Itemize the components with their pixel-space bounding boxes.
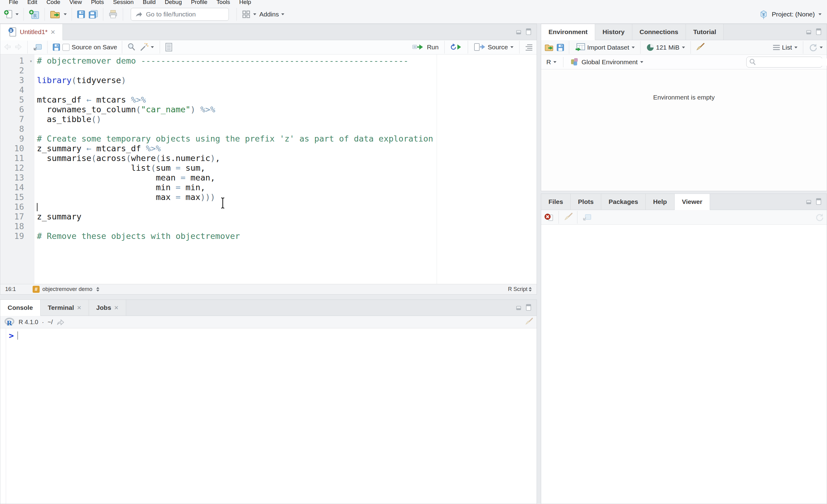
files-tab-help[interactable]: Help — [646, 194, 675, 210]
console-tab-terminal[interactable]: Terminal× — [41, 300, 89, 316]
outline-icon[interactable] — [524, 43, 534, 51]
broom-icon[interactable] — [695, 43, 704, 52]
source-button[interactable]: Source — [473, 42, 515, 52]
tab-close-icon[interactable]: × — [114, 304, 118, 311]
console-tab-console[interactable]: Console — [0, 300, 41, 316]
project-menu-button[interactable]: R Project: (None) — [758, 9, 822, 19]
addins-grid-button[interactable] — [241, 9, 257, 19]
share-arrow-icon[interactable] — [56, 318, 65, 326]
code-line-9[interactable]: # Create some temporary objects using th… — [37, 134, 537, 144]
memory-usage-button[interactable]: 121 MiB — [645, 43, 686, 52]
code-line-6[interactable]: rownames_to_column("car_name") %>% — [37, 105, 537, 114]
addins-button[interactable]: Addins — [258, 10, 285, 18]
environment-search-box[interactable] — [746, 57, 822, 67]
code-line-15[interactable]: max = max))) — [37, 192, 537, 202]
open-file-icon[interactable] — [544, 43, 554, 52]
code-line-1[interactable]: # objectremover demo -------------------… — [37, 56, 537, 66]
run-button[interactable]: Run — [411, 43, 440, 52]
code-line-10[interactable]: z_summary ← mtcars_df %>% — [37, 144, 537, 153]
maximize-icon[interactable] — [526, 28, 532, 35]
import-dataset-button[interactable]: Import Dataset — [574, 42, 636, 53]
code-line-18[interactable] — [37, 222, 537, 231]
files-tab-files[interactable]: Files — [541, 194, 571, 210]
popout-icon[interactable] — [582, 213, 592, 222]
code-tools-button[interactable] — [138, 42, 155, 52]
code-line-11[interactable]: summarise(across(where(is.numeric), — [37, 153, 537, 163]
clear-console-icon[interactable] — [524, 318, 533, 326]
console-tab-jobs[interactable]: Jobs× — [89, 300, 126, 316]
compile-notebook-icon[interactable] — [165, 43, 173, 52]
save-icon[interactable] — [556, 44, 564, 51]
code-line-17[interactable]: z_summary — [37, 212, 537, 222]
code-line-16[interactable] — [37, 202, 537, 212]
save-icon[interactable] — [52, 43, 60, 51]
code-line-14[interactable]: min = min, — [37, 183, 537, 192]
print-button[interactable] — [107, 9, 119, 19]
menu-item-file[interactable]: File — [4, 0, 23, 3]
new-file-button[interactable] — [3, 9, 19, 20]
language-selector[interactable]: R — [545, 58, 557, 66]
code-line-4[interactable] — [37, 85, 537, 95]
minimize-icon[interactable] — [516, 28, 523, 35]
stop-icon[interactable] — [544, 213, 554, 222]
minimize-icon[interactable] — [806, 198, 813, 205]
maximize-icon[interactable] — [526, 304, 532, 311]
menu-item-plots[interactable]: Plots — [87, 0, 108, 3]
forward-arrow-icon[interactable] — [14, 43, 22, 51]
environment-selector[interactable]: Global Environment — [569, 57, 644, 67]
code-line-19[interactable]: # Remove these objects with objectremove… — [37, 231, 537, 241]
console-prompt-line[interactable]: > — [9, 331, 18, 340]
environment-tab-tutorial[interactable]: Tutorial — [686, 24, 724, 40]
go-to-file-box[interactable] — [131, 8, 229, 21]
minimize-icon[interactable] — [516, 304, 523, 311]
code-line-7[interactable]: as_tibble() — [37, 114, 537, 124]
go-to-file-input[interactable] — [145, 10, 225, 18]
menu-item-code[interactable]: Code — [42, 0, 64, 3]
files-tab-packages[interactable]: Packages — [601, 194, 646, 210]
find-icon[interactable] — [127, 43, 136, 52]
rerun-icon[interactable] — [449, 43, 463, 51]
save-all-button[interactable] — [88, 9, 99, 19]
save-button[interactable] — [76, 9, 86, 19]
environment-tab-environment[interactable]: Environment — [541, 24, 595, 40]
environment-tab-connections[interactable]: Connections — [632, 24, 686, 40]
section-navigator[interactable]: # objectremover demo — [33, 286, 99, 293]
new-project-button[interactable]: R — [28, 8, 41, 20]
code-line-12[interactable]: list(sum = sum, — [37, 163, 537, 173]
open-file-button[interactable] — [49, 9, 68, 20]
files-tab-plots[interactable]: Plots — [571, 194, 601, 210]
menu-item-help[interactable]: Help — [235, 0, 256, 3]
environment-search-input[interactable] — [758, 58, 827, 66]
files-tab-viewer[interactable]: Viewer — [675, 194, 710, 210]
working-directory[interactable]: ~/ — [48, 319, 53, 326]
menu-item-session[interactable]: Session — [108, 0, 138, 3]
code-line-13[interactable]: mean = mean, — [37, 173, 537, 183]
environment-tab-history[interactable]: History — [595, 24, 632, 40]
menu-item-edit[interactable]: Edit — [23, 0, 42, 3]
menu-item-view[interactable]: View — [65, 0, 87, 3]
broom-icon[interactable] — [564, 213, 573, 222]
editor-tab-untitled1[interactable]: R Untitled1* × — [0, 24, 63, 40]
code-line-5[interactable]: mtcars_df ← mtcars %>% — [37, 95, 537, 105]
popout-icon[interactable] — [33, 43, 42, 51]
maximize-icon[interactable] — [816, 28, 822, 35]
source-on-save-checkbox[interactable] — [62, 44, 69, 51]
back-arrow-icon[interactable] — [3, 43, 12, 51]
minimize-icon[interactable] — [806, 28, 813, 35]
editor-body[interactable]: 1▾2345678910111213141516171819 # objectr… — [0, 54, 537, 284]
refresh-button[interactable] — [808, 43, 824, 52]
menu-item-profile[interactable]: Profile — [187, 0, 212, 3]
code-line-3[interactable]: library(tidyverse) — [37, 75, 537, 85]
file-type-selector[interactable]: R Script — [508, 286, 532, 292]
refresh-icon[interactable] — [815, 213, 824, 222]
close-icon[interactable]: × — [51, 28, 55, 36]
code-line-2[interactable] — [37, 66, 537, 75]
editor-code[interactable]: # objectremover demo -------------------… — [35, 54, 537, 284]
fold-arrow-icon[interactable]: ▾ — [30, 56, 32, 66]
console-body[interactable]: > — [0, 328, 537, 504]
code-line-8[interactable] — [37, 124, 537, 134]
tab-close-icon[interactable]: × — [77, 304, 81, 311]
list-view-button[interactable]: List — [772, 43, 798, 52]
menu-item-debug[interactable]: Debug — [160, 0, 187, 3]
menu-item-build[interactable]: Build — [138, 0, 160, 3]
